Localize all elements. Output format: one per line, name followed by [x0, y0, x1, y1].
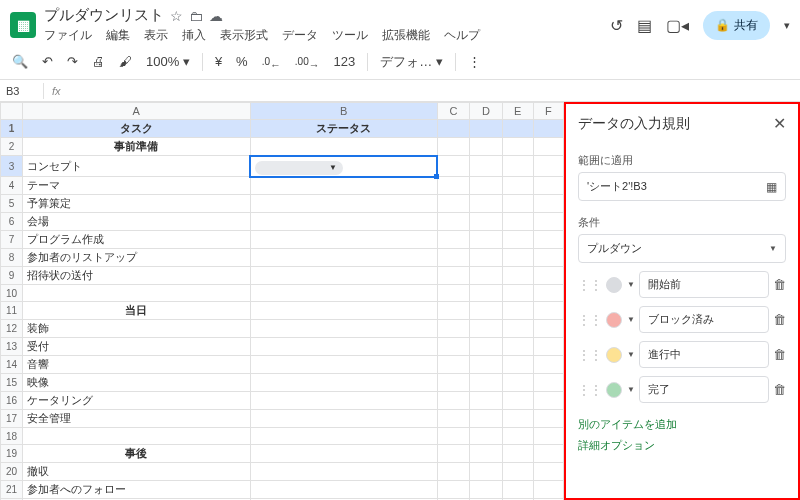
- menu-file[interactable]: ファイル: [44, 27, 92, 44]
- menu-extensions[interactable]: 拡張機能: [382, 27, 430, 44]
- more-formats-button[interactable]: 123: [332, 52, 358, 71]
- option-text-input[interactable]: ブロック済み: [639, 306, 769, 333]
- undo-icon[interactable]: ↶: [40, 52, 55, 71]
- option-text-input[interactable]: 進行中: [639, 341, 769, 368]
- menu-format[interactable]: 表示形式: [220, 27, 268, 44]
- search-icon[interactable]: 🔍: [10, 52, 30, 71]
- selected-cell[interactable]: ▼: [250, 156, 437, 177]
- cell[interactable]: コンセプト: [23, 156, 251, 177]
- row-header[interactable]: 2: [1, 138, 23, 156]
- fill-handle[interactable]: [434, 174, 439, 179]
- chevron-down-icon[interactable]: ▼: [627, 350, 635, 359]
- cell[interactable]: 事前準備: [23, 138, 251, 156]
- doc-title[interactable]: プルダウンリスト: [44, 6, 164, 25]
- zoom-select[interactable]: 100% ▾: [144, 52, 192, 71]
- criteria-label: 条件: [578, 215, 786, 230]
- increase-decimal-button[interactable]: .00→: [293, 51, 322, 73]
- col-header[interactable]: D: [470, 103, 502, 120]
- more-icon[interactable]: ⋮: [466, 52, 483, 71]
- range-label: 範囲に適用: [578, 153, 786, 168]
- share-button[interactable]: 🔒 共有: [703, 11, 770, 40]
- cloud-icon[interactable]: ☁: [209, 8, 223, 24]
- drag-handle-icon[interactable]: ⋮⋮: [578, 383, 602, 397]
- menu-tools[interactable]: ツール: [332, 27, 368, 44]
- star-icon[interactable]: ☆: [170, 8, 183, 24]
- col-header[interactable]: C: [437, 103, 469, 120]
- chevron-down-icon[interactable]: ▼: [627, 315, 635, 324]
- cell[interactable]: タスク: [23, 120, 251, 138]
- panel-title: データの入力規則: [578, 115, 690, 133]
- criteria-select[interactable]: プルダウン ▼: [578, 234, 786, 263]
- color-swatch[interactable]: [606, 382, 622, 398]
- menu-help[interactable]: ヘルプ: [444, 27, 480, 44]
- currency-button[interactable]: ¥: [213, 52, 224, 71]
- advanced-options-button[interactable]: 詳細オプション: [578, 438, 786, 453]
- chevron-down-icon[interactable]: ▼: [627, 385, 635, 394]
- row-header[interactable]: 3: [1, 156, 23, 177]
- add-item-button[interactable]: 別のアイテムを追加: [578, 417, 786, 432]
- select-all-corner[interactable]: [1, 103, 23, 120]
- menubar: ファイル 編集 表示 挿入 表示形式 データ ツール 拡張機能 ヘルプ: [44, 27, 602, 44]
- close-icon[interactable]: ✕: [773, 114, 786, 133]
- print-icon[interactable]: 🖨: [90, 52, 107, 71]
- toolbar: 🔍 ↶ ↷ 🖨 🖌 100% ▾ ¥ % .0← .00→ 123 デフォ… ▾…: [0, 44, 800, 80]
- paint-format-icon[interactable]: 🖌: [117, 52, 134, 71]
- delete-icon[interactable]: 🗑: [773, 277, 786, 292]
- dropdown-chip[interactable]: ▼: [255, 161, 343, 175]
- delete-icon[interactable]: 🗑: [773, 347, 786, 362]
- fx-icon: fx: [44, 85, 69, 97]
- drag-handle-icon[interactable]: ⋮⋮: [578, 313, 602, 327]
- share-label: 共有: [734, 17, 758, 34]
- menu-data[interactable]: データ: [282, 27, 318, 44]
- color-swatch[interactable]: [606, 277, 622, 293]
- color-swatch[interactable]: [606, 312, 622, 328]
- chevron-down-icon: ▼: [769, 244, 777, 253]
- delete-icon[interactable]: 🗑: [773, 312, 786, 327]
- row-header[interactable]: 1: [1, 120, 23, 138]
- grid-icon[interactable]: ▦: [766, 180, 777, 194]
- font-select[interactable]: デフォ… ▾: [378, 51, 445, 73]
- chevron-down-icon: ▼: [329, 163, 337, 172]
- chevron-down-icon[interactable]: ▾: [784, 19, 790, 32]
- menu-view[interactable]: 表示: [144, 27, 168, 44]
- col-header[interactable]: E: [502, 103, 533, 120]
- delete-icon[interactable]: 🗑: [773, 382, 786, 397]
- meet-icon[interactable]: ▢◂: [666, 16, 689, 35]
- dropdown-option-row: ⋮⋮▼ブロック済み🗑: [578, 306, 786, 333]
- chevron-down-icon[interactable]: ▼: [627, 280, 635, 289]
- redo-icon[interactable]: ↷: [65, 52, 80, 71]
- option-text-input[interactable]: 完了: [639, 376, 769, 403]
- history-icon[interactable]: ↺: [610, 16, 623, 35]
- drag-handle-icon[interactable]: ⋮⋮: [578, 348, 602, 362]
- sheets-logo: ▦: [10, 12, 36, 38]
- cell[interactable]: ステータス: [250, 120, 437, 138]
- range-input[interactable]: 'シート2'!B3 ▦: [578, 172, 786, 201]
- menu-insert[interactable]: 挿入: [182, 27, 206, 44]
- decrease-decimal-button[interactable]: .0←: [260, 51, 283, 73]
- color-swatch[interactable]: [606, 347, 622, 363]
- lock-icon: 🔒: [715, 18, 730, 32]
- option-text-input[interactable]: 開始前: [639, 271, 769, 298]
- spreadsheet-grid[interactable]: A B C D E F 1タスクステータス 2事前準備 3コンセプト▼ 4テーマ…: [0, 102, 564, 500]
- comment-icon[interactable]: ▤: [637, 16, 652, 35]
- col-header[interactable]: B: [250, 103, 437, 120]
- name-box[interactable]: B3: [0, 83, 44, 99]
- data-validation-panel: データの入力規則 ✕ 範囲に適用 'シート2'!B3 ▦ 条件 プルダウン ▼ …: [564, 102, 800, 500]
- menu-edit[interactable]: 編集: [106, 27, 130, 44]
- dropdown-option-row: ⋮⋮▼開始前🗑: [578, 271, 786, 298]
- col-header[interactable]: A: [23, 103, 251, 120]
- dropdown-option-row: ⋮⋮▼完了🗑: [578, 376, 786, 403]
- dropdown-option-row: ⋮⋮▼進行中🗑: [578, 341, 786, 368]
- drag-handle-icon[interactable]: ⋮⋮: [578, 278, 602, 292]
- col-header[interactable]: F: [533, 103, 563, 120]
- move-icon[interactable]: 🗀: [189, 8, 203, 24]
- percent-button[interactable]: %: [234, 52, 250, 71]
